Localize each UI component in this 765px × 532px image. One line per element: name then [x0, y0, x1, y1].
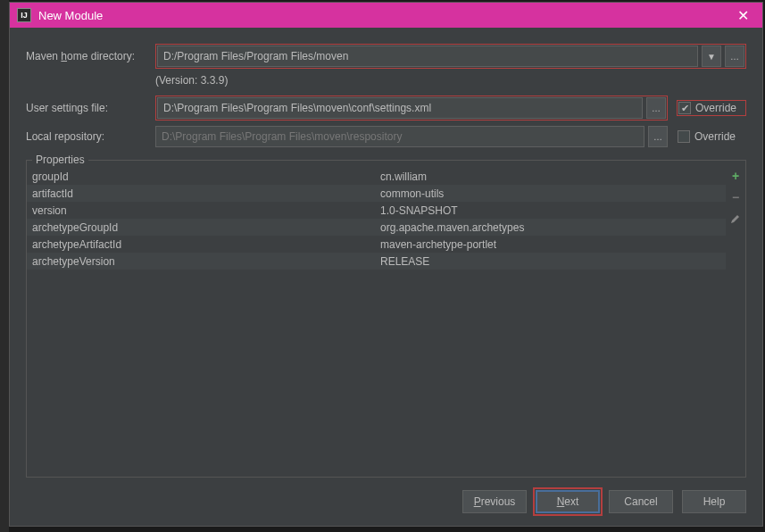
- dialog-content: Maven home directory: ▼ … (Version: 3.3.…: [10, 28, 762, 478]
- local-repo-override-checkbox[interactable]: ✔: [678, 130, 690, 143]
- maven-home-browse[interactable]: …: [725, 46, 744, 67]
- property-row[interactable]: groupIdcn.william: [27, 168, 726, 185]
- properties-toolbar: + −: [726, 161, 745, 477]
- add-property-icon[interactable]: +: [728, 168, 744, 184]
- app-icon: IJ: [17, 8, 31, 22]
- properties-table: groupIdcn.williamartifactIdcommon-utilsv…: [27, 161, 726, 477]
- property-row[interactable]: archetypeArtifactIdmaven-archetype-portl…: [27, 236, 726, 253]
- maven-home-field-group: ▼ …: [155, 44, 746, 69]
- properties-panel: Properties groupIdcn.williamartifactIdco…: [26, 160, 746, 478]
- property-value: maven-archetype-portlet: [380, 238, 726, 251]
- user-settings-browse[interactable]: …: [646, 97, 666, 119]
- local-repo-row: Local repository: … ✔ Override: [26, 126, 746, 147]
- maven-version-text: (Version: 3.3.9): [26, 74, 746, 87]
- help-button[interactable]: Help: [682, 490, 746, 513]
- property-key: archetypeVersion: [32, 255, 380, 268]
- property-row[interactable]: archetypeGroupIdorg.apache.maven.archety…: [27, 219, 726, 236]
- previous-button[interactable]: Previous: [462, 490, 527, 513]
- maven-home-input[interactable]: [157, 46, 698, 67]
- maven-home-row: Maven home directory: ▼ …: [26, 44, 746, 69]
- property-key: archetypeArtifactId: [32, 238, 380, 251]
- edit-property-icon[interactable]: [728, 211, 744, 227]
- local-repo-field-group: … ✔ Override: [155, 126, 746, 147]
- window-title: New Module: [38, 9, 730, 22]
- user-settings-override-group[interactable]: ✔ Override: [677, 100, 746, 116]
- new-module-dialog: IJ New Module ✕ Maven home directory: ▼ …: [9, 2, 763, 527]
- local-repo-override-label: Override: [694, 130, 736, 143]
- next-button[interactable]: Next: [536, 490, 600, 513]
- local-repo-input[interactable]: [155, 126, 644, 147]
- dialog-footer: Previous Next Cancel Help: [10, 478, 762, 526]
- property-value: cn.william: [380, 170, 726, 183]
- property-value: RELEASE: [380, 255, 726, 268]
- property-key: artifactId: [32, 187, 380, 200]
- cancel-button[interactable]: Cancel: [609, 490, 673, 513]
- local-repo-override-group[interactable]: ✔ Override: [677, 129, 746, 144]
- user-settings-override-checkbox[interactable]: ✔: [678, 102, 691, 114]
- user-settings-label: User settings file:: [26, 102, 155, 114]
- property-row[interactable]: version1.0-SNAPSHOT: [27, 202, 726, 219]
- property-key: version: [32, 204, 380, 217]
- local-repo-label: Local repository:: [26, 130, 155, 143]
- local-repo-browse[interactable]: …: [648, 126, 668, 147]
- maven-home-dropdown[interactable]: ▼: [702, 46, 721, 67]
- property-row[interactable]: artifactIdcommon-utils: [27, 185, 726, 202]
- user-settings-input[interactable]: [157, 97, 643, 119]
- user-settings-row: User settings file: … ✔ Override: [26, 96, 746, 121]
- property-value: common-utils: [380, 187, 726, 200]
- close-icon[interactable]: ✕: [730, 3, 755, 28]
- property-value: org.apache.maven.archetypes: [380, 221, 726, 234]
- property-key: groupId: [32, 170, 380, 183]
- maven-home-label: Maven home directory:: [26, 50, 155, 62]
- property-key: archetypeGroupId: [32, 221, 380, 234]
- properties-title: Properties: [32, 154, 88, 166]
- remove-property-icon[interactable]: −: [728, 189, 744, 205]
- background-sliver: [0, 0, 9, 532]
- titlebar[interactable]: IJ New Module ✕: [10, 3, 762, 28]
- property-value: 1.0-SNAPSHOT: [380, 204, 726, 217]
- property-row[interactable]: archetypeVersionRELEASE: [27, 253, 726, 270]
- user-settings-field-group: … ✔ Override: [155, 96, 746, 121]
- user-settings-override-label: Override: [695, 102, 736, 114]
